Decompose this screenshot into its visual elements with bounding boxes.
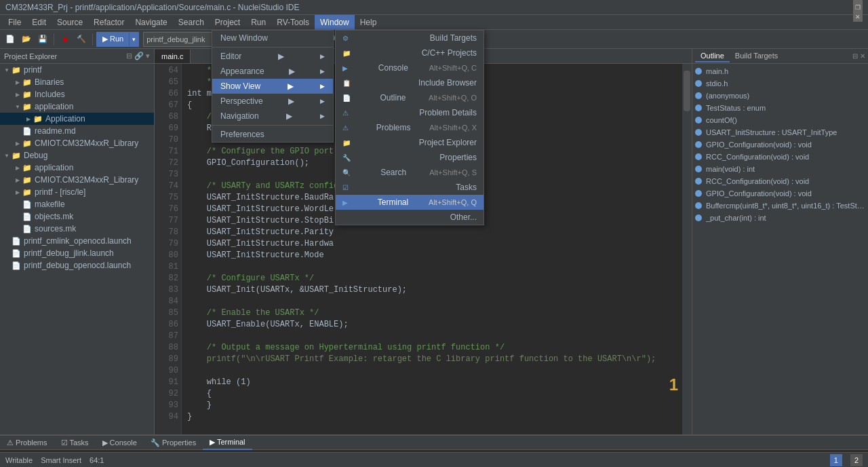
tree-item-debug[interactable]: ▼📁Debug	[0, 149, 154, 162]
tab-problems[interactable]: ⚠ Problems	[0, 435, 54, 450]
tree-item-cmiot.cm32m4xxr_library[interactable]: ▶📁CMIOT.CM32M4xxR_Library	[0, 174, 154, 186]
tree-item-printf---[risc/le][interactable]: ▶📁printf - [risc/le]	[0, 186, 154, 198]
submenu-problem-details[interactable]: ⚠ Problem Details	[336, 105, 484, 120]
code-line-85: /* Enable the USARTx */	[187, 307, 686, 319]
tree-arrow[interactable]: ▶	[14, 139, 22, 147]
menu-file[interactable]: File	[3, 15, 26, 30]
outline-item[interactable]: GPIO_Configuration(void) : void	[692, 187, 868, 200]
menu-preferences[interactable]: Preferences	[212, 127, 333, 142]
submenu-console[interactable]: ▶ Console Alt+Shift+Q, C	[336, 60, 484, 75]
open-button[interactable]: 📂	[19, 32, 34, 47]
outline-item[interactable]: _put_char(int) : int	[692, 212, 868, 224]
new-button[interactable]: 📄	[3, 32, 18, 47]
build-button[interactable]: 🔨	[74, 32, 89, 47]
menu-appearance[interactable]: Appearance ▶	[212, 64, 333, 79]
save-button[interactable]: 💾	[35, 32, 50, 47]
tree-item-makefile[interactable]: 📄makefile	[0, 198, 154, 210]
tab-build-targets[interactable]: Build Targets	[730, 50, 783, 62]
submenu-other[interactable]: Other...	[336, 210, 484, 225]
outline-item[interactable]: main.h	[692, 65, 868, 77]
run-dropdown-arrow[interactable]: ▾	[129, 33, 138, 46]
tree-arrow[interactable]: ▼	[14, 102, 22, 111]
outline-item[interactable]: GPIO_Configuration(void) : void	[692, 138, 868, 151]
tree-arrow[interactable]: ▶	[14, 164, 22, 172]
submenu-outline[interactable]: 📄 Outline Alt+Shift+Q, O	[336, 90, 484, 105]
tree-arrow[interactable]: ▶	[14, 188, 22, 196]
menu-show-view[interactable]: Show View ▶	[212, 79, 333, 94]
tree-arrow[interactable]: ▶	[24, 115, 33, 123]
tree-item-application[interactable]: ▶📁application	[0, 162, 154, 174]
menu-help[interactable]: Help	[355, 15, 382, 30]
right-panel-menu[interactable]: ⊟	[852, 52, 858, 60]
tab-tasks[interactable]: ☑ Tasks	[54, 435, 96, 450]
tree-item-readme.md[interactable]: 📄readme.md	[0, 125, 154, 137]
outline-item[interactable]: TestStatus : enum	[692, 102, 868, 114]
editor-tab-main[interactable]: main.c	[155, 50, 191, 63]
outline-item[interactable]: RCC_Configuration(void) : void	[692, 151, 868, 163]
menu-rv-tools[interactable]: RV-Tools	[271, 15, 315, 30]
code-line-81	[187, 261, 686, 273]
menu-refactor[interactable]: Refactor	[88, 15, 130, 30]
right-panel-close[interactable]: ✕	[860, 52, 865, 60]
tree-item-printf_cmlink_openocd.launch[interactable]: 📄printf_cmlink_openocd.launch	[0, 235, 154, 247]
tree-item-application[interactable]: ▶📁Application	[0, 113, 154, 125]
tab-properties[interactable]: 🔧 Properties	[144, 435, 203, 450]
tree-item-binaries[interactable]: ▶📁Binaries	[0, 76, 154, 88]
outline-item[interactable]: stdio.h	[692, 77, 868, 90]
tree-arrow[interactable]: ▼	[3, 151, 11, 160]
tab-outline[interactable]: Outline	[695, 50, 730, 62]
scrollbar-thumb[interactable]	[684, 71, 690, 111]
tree-arrow[interactable]: ▼	[3, 66, 11, 74]
submenu-cpp-projects[interactable]: 📁 C/C++ Projects	[336, 45, 484, 60]
stop-button[interactable]: ■	[58, 32, 73, 47]
submenu-include-browser[interactable]: 📋 Include Browser	[336, 75, 484, 90]
tree-arrow[interactable]: ▶	[14, 90, 22, 98]
outline-item[interactable]: RCC_Configuration(void) : void	[692, 175, 868, 187]
tree-arrow[interactable]: ▶	[14, 78, 22, 86]
outline-item[interactable]: (anonymous)	[692, 90, 868, 102]
submenu-problems[interactable]: ⚠ Problems Alt+Shift+Q, X	[336, 120, 484, 135]
outline-item[interactable]: Buffercmp(uint8_t*, uint8_t*, uint16_t) …	[692, 200, 868, 212]
menu-project[interactable]: Project	[210, 15, 245, 30]
tree-item-cmiot.cm32m4xxr_library[interactable]: ▶📁CMIOT.CM32M4xxR_Library	[0, 137, 154, 149]
tree-item-printf[interactable]: ▼📁printf	[0, 64, 154, 76]
tree-item-includes[interactable]: ▶📁Includes	[0, 88, 154, 100]
tree-item-printf_debug_openocd.launch[interactable]: 📄printf_debug_openocd.launch	[0, 259, 154, 272]
menu-run[interactable]: Run	[245, 15, 271, 30]
tree-arrow[interactable]: ▶	[14, 176, 22, 184]
run-combo[interactable]: ▶ Run ▾	[96, 32, 139, 47]
menu-editor[interactable]: Editor ▶	[212, 49, 333, 64]
submenu-project-explorer[interactable]: 📁 Project Explorer	[336, 135, 484, 150]
menu-navigation[interactable]: Navigation ▶	[212, 109, 333, 124]
outline-item[interactable]: countOf()	[692, 114, 868, 126]
menu-edit[interactable]: Edit	[26, 15, 52, 30]
menu-perspective[interactable]: Perspective ▶	[212, 94, 333, 109]
menu-new-window[interactable]: New Window	[212, 31, 333, 45]
menu-window[interactable]: Window	[315, 15, 355, 30]
outline-item[interactable]: main(void) : int	[692, 163, 868, 175]
menu-search[interactable]: Search	[173, 15, 210, 30]
tree-item-application[interactable]: ▼📁application	[0, 100, 154, 113]
submenu-search[interactable]: 🔍 Search Alt+Shift+Q, S	[336, 165, 484, 180]
collapse-all-icon[interactable]: ⊟	[126, 52, 132, 60]
tree-item-sources.mk[interactable]: 📄sources.mk	[0, 223, 154, 235]
submenu-tasks[interactable]: ☑ Tasks	[336, 180, 484, 195]
submenu-terminal[interactable]: ▶ Terminal Alt+Shift+Q, Q	[336, 195, 484, 210]
panel-menu-icon[interactable]: ▾	[146, 52, 150, 60]
link-icon[interactable]: 🔗	[134, 52, 144, 60]
submenu-properties[interactable]: 🔧 Properties	[336, 150, 484, 165]
status-left: Writable Smart Insert 64:1	[5, 456, 104, 464]
outline-label: TestStatus : enum	[706, 104, 766, 112]
submenu-build-targets[interactable]: ⚙ Build Targets	[336, 31, 484, 45]
tab-console[interactable]: ▶ Console	[96, 435, 144, 450]
menu-source[interactable]: Source	[52, 15, 88, 30]
outline-item[interactable]: USART_InitStructure : USART_InitType	[692, 126, 868, 138]
scroll-indicator[interactable]	[682, 64, 692, 434]
tab-terminal[interactable]: ▶ Terminal	[203, 435, 252, 450]
tree-item-printf_debug_jlink.launch[interactable]: 📄printf_debug_jlink.launch	[0, 247, 154, 259]
run-btn-label[interactable]: ▶ Run	[97, 33, 129, 46]
close-button[interactable]: ✕	[853, 12, 863, 22]
menu-navigate[interactable]: Navigate	[130, 15, 172, 30]
tree-item-objects.mk[interactable]: 📄objects.mk	[0, 210, 154, 223]
restore-button[interactable]: ❐	[853, 3, 863, 12]
